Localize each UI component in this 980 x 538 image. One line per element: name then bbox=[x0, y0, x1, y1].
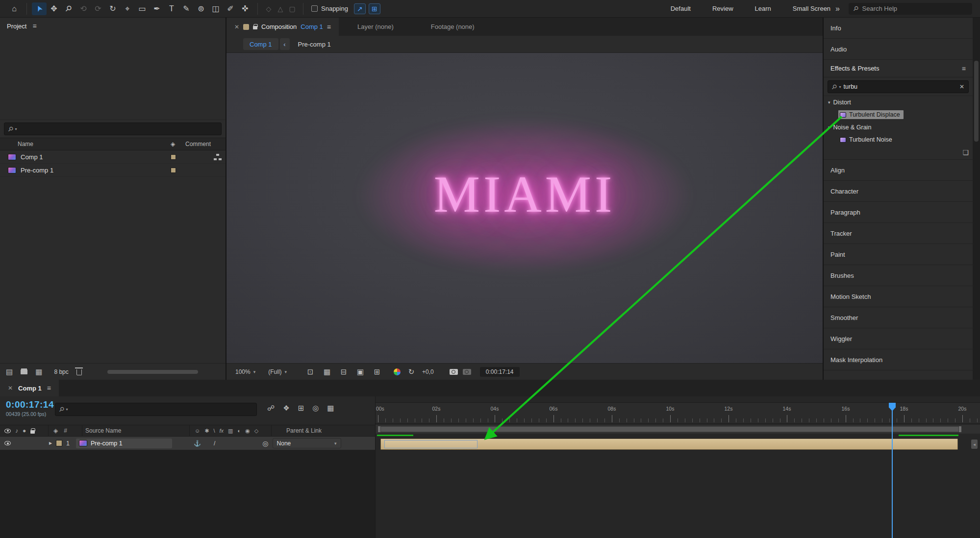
transparency-grid-button[interactable]: ▦ bbox=[321, 367, 333, 376]
three-d-icon[interactable]: ◇ bbox=[254, 428, 258, 434]
shy-icon[interactable]: ☺ bbox=[195, 428, 200, 434]
resolution-dropdown[interactable]: (Full) ▾ bbox=[268, 368, 287, 375]
workspace-small-screen[interactable]: Small Screen bbox=[793, 5, 830, 12]
workspace-default[interactable]: Default bbox=[671, 5, 691, 12]
parent-dropdown[interactable]: None ▾ bbox=[273, 438, 341, 448]
interpret-footage-icon[interactable]: ▤ bbox=[6, 367, 13, 376]
lock-icon[interactable] bbox=[30, 430, 35, 434]
project-search-input[interactable]: ⚲ ▾ bbox=[4, 122, 222, 135]
layer-row-pre-comp-1[interactable]: ▶ 1 Pre-comp 1 ⚓ / ◎ None ▾ bbox=[0, 437, 375, 450]
layer-quality-icon[interactable]: / bbox=[214, 440, 215, 447]
pan-behind-tool-button[interactable]: ⌖ bbox=[120, 2, 135, 15]
layer-label-swatch[interactable] bbox=[56, 440, 62, 446]
graph-editor-button[interactable]: ▦ bbox=[327, 404, 334, 413]
effect-turbulent-displace[interactable]: Turbulent Displace bbox=[838, 110, 904, 119]
project-item-pre-comp-1[interactable]: Pre-comp 1 bbox=[0, 164, 226, 177]
parent-link-column[interactable]: Parent & Link bbox=[272, 427, 322, 434]
pen-tool-button[interactable]: ✒ bbox=[150, 2, 164, 15]
track-camera-tool-button[interactable]: ⟳ bbox=[91, 2, 105, 15]
composition-tab[interactable]: ✕ Composition Comp 1 ≡ bbox=[226, 18, 339, 36]
align-panel-header[interactable]: Align bbox=[824, 160, 973, 181]
horizontal-scrollbar[interactable] bbox=[107, 370, 198, 374]
new-folder-button[interactable] bbox=[21, 369, 27, 374]
label-color-swatch[interactable] bbox=[171, 154, 176, 160]
current-time-display[interactable]: 0:00:17:14 00439 (25.00 fps) bbox=[6, 399, 54, 417]
channel-color-wheel-icon[interactable] bbox=[394, 368, 401, 375]
panel-menu-icon[interactable]: ≡ bbox=[32, 22, 36, 30]
selection-tool-button[interactable]: ➤ bbox=[32, 2, 47, 15]
panel-menu-icon[interactable]: ≡ bbox=[327, 23, 331, 31]
brush-tool-button[interactable]: ✎ bbox=[179, 2, 194, 15]
motion-blur-button[interactable]: ◎ bbox=[312, 404, 319, 413]
magnification-dropdown[interactable]: 100% ▾ bbox=[235, 368, 255, 375]
pickwhip-icon[interactable]: ◎ bbox=[262, 440, 268, 447]
region-of-interest-button[interactable]: ⊡ bbox=[304, 367, 316, 376]
breadcrumb-comp-1[interactable]: Comp 1 bbox=[243, 38, 278, 50]
character-panel-header[interactable]: Character bbox=[824, 181, 973, 202]
panel-menu-icon[interactable]: ≡ bbox=[47, 384, 51, 392]
twirl-down-icon[interactable]: ▾ bbox=[828, 100, 830, 105]
frame-blending-button[interactable]: ⊞ bbox=[298, 404, 304, 413]
composition-viewer-canvas[interactable]: MIAMI bbox=[226, 53, 823, 363]
orbit-camera-tool-button[interactable]: ⟲ bbox=[76, 2, 91, 15]
frame-blend-icon[interactable]: ▥ bbox=[228, 428, 233, 434]
trash-icon[interactable] bbox=[76, 369, 82, 375]
draft-3d-button[interactable]: ❖ bbox=[283, 404, 289, 413]
twirl-down-icon[interactable]: ▾ bbox=[828, 125, 830, 130]
info-panel-header[interactable]: Info bbox=[824, 18, 973, 39]
zoom-tool-button[interactable]: ⚲ bbox=[61, 2, 76, 15]
snap-option-2-button[interactable]: ⊞ bbox=[369, 3, 380, 14]
eraser-tool-button[interactable]: ◫ bbox=[208, 2, 223, 15]
snapshot-camera-icon[interactable] bbox=[450, 369, 458, 375]
grid-button[interactable]: ⊞ bbox=[371, 367, 383, 376]
timeline-tab-comp-1[interactable]: ✕ Comp 1 ≡ bbox=[0, 380, 59, 396]
guides-button[interactable]: ▣ bbox=[354, 367, 366, 376]
help-search-input[interactable]: ⚲ Search Help bbox=[849, 3, 972, 15]
layer-anchor-icon[interactable]: ⚓ bbox=[194, 440, 201, 447]
refresh-icon[interactable]: ↻ bbox=[405, 367, 417, 376]
clone-stamp-tool-button[interactable]: ⊚ bbox=[194, 2, 208, 15]
exposure-offset-value[interactable]: +0,0 bbox=[422, 368, 434, 375]
timeline-search-input[interactable]: ⚲ ▾ bbox=[55, 403, 257, 416]
tracker-panel-header[interactable]: Tracker bbox=[824, 223, 973, 244]
right-scrollbar-thumb[interactable] bbox=[974, 61, 979, 142]
rotation-tool-button[interactable]: ↻ bbox=[105, 2, 120, 15]
effects-group-noise-grain[interactable]: ▾ Noise & Grain bbox=[824, 121, 973, 133]
preview-timecode[interactable]: 0:00:17:14 bbox=[480, 367, 520, 377]
layer-bar-selection-box[interactable] bbox=[384, 440, 477, 448]
home-tool-button[interactable]: ⌂ bbox=[7, 2, 22, 15]
wiggler-panel-header[interactable]: Wiggler bbox=[824, 328, 973, 349]
work-area-bar[interactable] bbox=[378, 426, 961, 432]
motion-blur-icon[interactable]: ◐ bbox=[237, 428, 241, 434]
roto-brush-tool-button[interactable]: ✐ bbox=[223, 2, 238, 15]
project-item-comp-1[interactable]: Comp 1 bbox=[0, 150, 226, 164]
label-color-swatch[interactable] bbox=[171, 168, 176, 173]
layer-viewer-tab[interactable]: Layer (none) bbox=[339, 23, 412, 30]
workspace-review[interactable]: Review bbox=[712, 5, 733, 12]
hand-tool-button[interactable]: ✥ bbox=[47, 2, 61, 15]
snap-option-1-button[interactable]: ↗ bbox=[354, 3, 366, 14]
breadcrumb-pre-comp-1[interactable]: Pre-comp 1 bbox=[298, 41, 331, 48]
comp-marker-bin-button[interactable]: ◂ bbox=[971, 440, 978, 449]
layer-twirl-icon[interactable]: ▶ bbox=[45, 441, 56, 445]
label-column-icon[interactable]: ◈ bbox=[53, 427, 58, 434]
project-panel-tab[interactable]: Project ≡ bbox=[0, 18, 226, 34]
new-preset-icon[interactable]: ❏ bbox=[962, 148, 969, 156]
solo-icon[interactable]: ● bbox=[23, 427, 26, 434]
footage-viewer-tab[interactable]: Footage (none) bbox=[412, 23, 493, 30]
workspace-overflow-button[interactable]: » bbox=[835, 4, 840, 13]
collapse-transformations-icon[interactable]: ✱ bbox=[204, 428, 209, 434]
type-tool-button[interactable]: T bbox=[164, 2, 179, 15]
smoother-panel-header[interactable]: Smoother bbox=[824, 307, 973, 328]
close-icon[interactable]: ✕ bbox=[8, 385, 13, 391]
adjustment-layer-icon[interactable]: ◉ bbox=[245, 428, 250, 434]
shape-tool-button[interactable]: ▭ bbox=[135, 2, 150, 15]
timeline-timecode[interactable]: 0:00:17:14 bbox=[6, 399, 54, 410]
fx-icon[interactable]: fx bbox=[220, 428, 224, 434]
layer-name-cell[interactable]: Pre-comp 1 bbox=[76, 439, 172, 448]
effect-turbulent-noise[interactable]: Turbulent Noise bbox=[838, 135, 896, 144]
effects-group-distort[interactable]: ▾ Distort bbox=[824, 96, 973, 108]
mask-visibility-button[interactable]: ⊟ bbox=[338, 367, 350, 376]
quality-icon[interactable]: \ bbox=[213, 428, 215, 434]
panel-menu-icon[interactable]: ≡ bbox=[962, 65, 966, 73]
